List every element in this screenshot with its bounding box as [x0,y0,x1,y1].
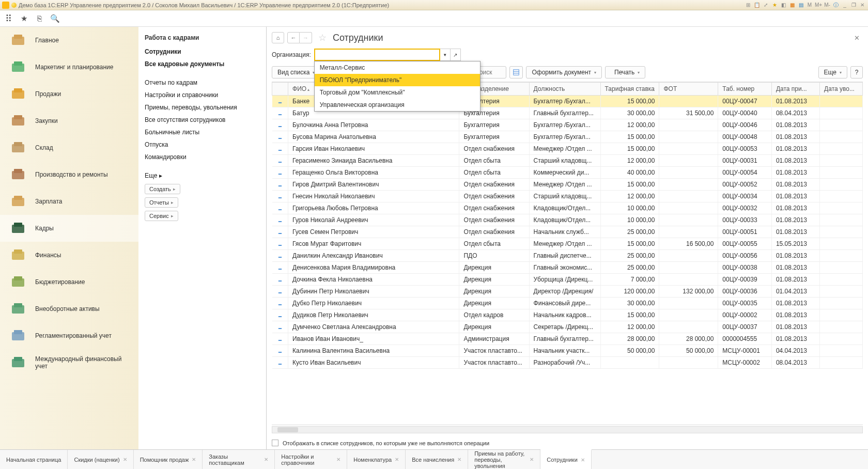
sidebar-item-finance[interactable]: Финансы [0,242,138,269]
title-icon[interactable]: ◧ [780,2,787,9]
table-row[interactable]: 🗕Дудиков Петр НиколаевичОтдел кадровНача… [272,309,863,321]
title-icon[interactable]: ⤢ [762,2,769,9]
table-row[interactable]: 🗕Данилкин Александр ИвановичПДОГлавный д… [272,250,863,262]
table-row[interactable]: 🗕Думченко Светлана АлександровнаДирекция… [272,321,863,333]
title-icon[interactable]: ▤ [797,2,804,9]
subpanel-link[interactable]: Настройки и справочники [145,89,260,101]
col-header[interactable]: Дата уво... [820,83,863,96]
table-row[interactable]: 🗕Бусова Марина АнатольевнаБухгалтерияБух… [272,131,863,143]
sidebar-item-warehouse[interactable]: Склад [0,134,138,161]
table-row[interactable]: 🗕Гнесин Николай НиколаевичОтдел снабжени… [272,191,863,202]
show-inactive-checkbox[interactable] [272,440,278,446]
col-header[interactable]: ФОТ [659,83,718,96]
favorite-star-icon[interactable]: ☆ [318,32,327,43]
tab-close-icon[interactable]: ✕ [192,457,196,462]
subpanel-button[interactable]: Создать [145,184,180,194]
bottom-tab[interactable]: Приемы на работу, переводы, увольнения✕ [468,450,540,469]
tab-close-icon[interactable]: ✕ [457,457,461,462]
dropdown-option[interactable]: ПБОЮЛ "Предприниматель" [315,74,480,86]
bottom-tab[interactable]: Настройки и справочники✕ [275,450,347,469]
title-icon[interactable]: ▦ [788,2,796,9]
star-icon[interactable]: ★ [20,14,28,23]
sidebar-item-salary[interactable]: Зарплата [0,188,138,215]
sidebar-item-budget[interactable]: Бюджетирование [0,269,138,295]
fav-icon[interactable]: ★ [771,2,778,9]
tab-close-icon[interactable]: ✕ [264,457,268,462]
bottom-tab[interactable]: Скидки (наценки)✕ [68,450,133,469]
table-row[interactable]: 🗕Гясов Мурат ФаритовичОтдел сбытаМенедже… [272,238,863,250]
more-button[interactable]: Еще [818,66,847,79]
table-row[interactable]: 🗕Дочкина Фекла НиколаевнаДирекцияУборщиц… [272,274,863,286]
subpanel-link[interactable]: Приемы, переводы, увольнения [145,101,260,114]
create-doc-button[interactable]: Оформить документ [526,66,602,79]
table-row[interactable]: 🗕Гуров Николай АндреевичОтдел снабженияК… [272,214,863,226]
help-icon[interactable]: ⓘ [832,2,840,9]
table-row[interactable]: 🗕Григорьева Любовь ПетровнаОтдел снабжен… [272,202,863,214]
table-row[interactable]: 🗕Гиров Дмитрий ВалентиновичОтдел снабжен… [272,179,863,191]
table-row[interactable]: 🗕Дубинин Петр НиколаевичДирекцияДиректор… [272,286,863,298]
subpanel-link[interactable]: Отпуска [145,138,260,151]
sidebar-item-production[interactable]: Производство и ремонты [0,161,138,188]
subpanel-link[interactable]: Сотрудники [145,45,260,58]
close-page-button[interactable]: ✕ [851,34,863,42]
m-icon[interactable]: M [806,2,813,9]
back-button[interactable]: ← [287,32,300,43]
clipboard-icon[interactable]: ⎘ [35,14,43,23]
col-header[interactable]: Дата при... [771,83,819,96]
subpanel-link[interactable]: Все отсутствия сотрудников [145,114,260,126]
close-btn[interactable]: ✕ [859,2,866,9]
sidebar-item-reg[interactable]: Регламентированный учет [0,322,138,349]
org-input[interactable] [314,49,440,61]
sidebar-item-hr[interactable]: Кадры [0,215,138,242]
home-button[interactable]: ⌂ [272,32,284,43]
col-header[interactable]: Таб. номер [718,83,772,96]
sidebar-item-sales[interactable]: Продажи [0,81,138,107]
forward-button[interactable]: → [300,32,312,43]
bottom-tab[interactable]: Начальная страница [0,450,68,469]
table-row[interactable]: 🗕Дубко Петр НиколаевичДирекцияФинансовый… [272,298,863,309]
table-row[interactable]: 🗕Денисенкова Мария ВладимировнаДирекцияГ… [272,262,863,274]
tab-close-icon[interactable]: ✕ [530,457,534,462]
sidebar-item-intl[interactable]: Международный финансовый учет [0,349,138,376]
view-list-button[interactable]: Вид списка [272,66,320,79]
subpanel-button[interactable]: Сервис [145,211,178,221]
title-icon[interactable]: ⊞ [745,2,752,9]
col-header[interactable]: Должность [529,83,600,96]
table-row[interactable]: 🗕Калинина Валентина ВасильевнаУчасток пл… [272,345,863,357]
table-row[interactable]: 🗕Гарсия Иван НиколаевичОтдел снабженияМе… [272,143,863,155]
tab-close-icon[interactable]: ✕ [581,457,585,463]
search-icon[interactable]: 🔍 [51,14,59,23]
tab-close-icon[interactable]: ✕ [336,457,340,462]
table-row[interactable]: 🗕Гусев Семен ПетровичОтдел снабженияНача… [272,226,863,238]
bottom-tab[interactable]: Номенклатура✕ [347,450,406,469]
bottom-tab[interactable]: Все начисления✕ [406,450,468,469]
org-open-button[interactable]: ↗ [451,49,461,61]
table-row[interactable]: 🗕Кусто Иван ВасильевичУчасток пластавто.… [272,357,863,369]
print-button[interactable]: Печать [605,66,645,79]
table-row[interactable]: 🗕Герасименко Зинаида ВасильевнаОтдел сбы… [272,155,863,167]
subpanel-more[interactable]: Еще ▸ [145,169,260,182]
m-minus-icon[interactable]: M- [824,2,831,9]
m-plus-icon[interactable]: M+ [815,2,822,9]
subpanel-link[interactable]: Больничные листы [145,126,260,138]
list-settings-button[interactable] [509,66,523,79]
subpanel-link[interactable]: Отчеты по кадрам [145,76,260,89]
sidebar-item-marketing[interactable]: Маркетинг и планирование [0,54,138,81]
table-row[interactable]: 🗕Булочкина Анна ПетровнаБухгалтерияБухга… [272,119,863,131]
tab-close-icon[interactable]: ✕ [123,457,127,462]
bottom-tab[interactable]: Помощник продаж✕ [134,450,203,469]
dropdown-option[interactable]: Управленческая организация [315,99,480,111]
org-dropdown-button[interactable]: ▼ [440,49,451,61]
subpanel-link[interactable]: Все кадровые документы [145,58,260,70]
title-icon[interactable]: 📋 [753,2,761,9]
table-row[interactable]: 🗕Геращенко Ольга ВикторовнаОтдел сбытаКо… [272,167,863,179]
help-button[interactable]: ? [850,66,863,79]
maximize-btn[interactable]: ❐ [850,2,857,9]
apps-icon[interactable]: ⠿ [4,14,12,23]
tab-close-icon[interactable]: ✕ [395,457,399,462]
h-scrollbar[interactable] [272,426,863,433]
sidebar-item-assets[interactable]: Внеоборотные активы [0,295,138,322]
sidebar-item-purchase[interactable]: Закупки [0,107,138,134]
dropdown-option[interactable]: Торговый дом "Комплексный" [315,86,480,99]
dropdown-option[interactable]: Металл-Сервис [315,61,480,74]
